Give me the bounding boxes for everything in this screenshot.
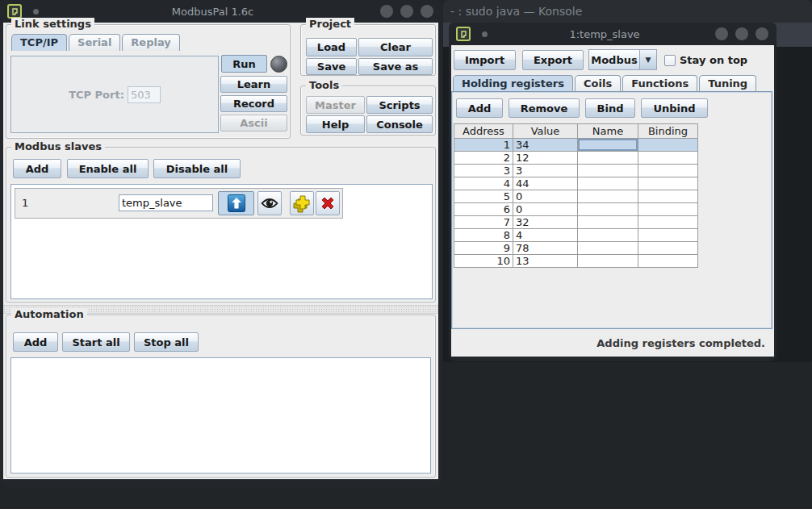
tab-coils[interactable]: Coils xyxy=(575,75,621,92)
cell-address[interactable]: 9 xyxy=(454,242,513,255)
slave-duplicate-button[interactable] xyxy=(290,191,314,215)
column-header-binding[interactable]: Binding xyxy=(638,124,698,139)
stay-on-top-checkbox[interactable] xyxy=(664,55,676,66)
cell-binding[interactable] xyxy=(638,216,698,229)
slave-enable-toggle[interactable] xyxy=(218,191,254,215)
table-row[interactable]: 10 13 xyxy=(454,255,698,268)
tab-tuning[interactable]: Tuning xyxy=(699,75,756,92)
slave-view-button[interactable] xyxy=(257,191,282,215)
help-button[interactable]: Help xyxy=(306,115,365,133)
table-row[interactable]: 1 34 xyxy=(454,139,698,152)
cell-value[interactable]: 4 xyxy=(513,229,578,242)
run-toggle-button[interactable]: Run xyxy=(221,55,267,73)
start-all-button[interactable]: Start all xyxy=(62,332,130,352)
slave-row[interactable]: 1 xyxy=(15,188,343,219)
slaves-add-button[interactable]: Add xyxy=(13,159,61,178)
console-button[interactable]: Console xyxy=(366,115,433,133)
tab-serial[interactable]: Serial xyxy=(69,34,120,51)
cell-value[interactable]: 44 xyxy=(513,177,578,190)
java-app-icon[interactable] xyxy=(7,4,22,19)
cell-address[interactable]: 5 xyxy=(454,190,513,203)
tab-functions[interactable]: Functions xyxy=(622,75,697,92)
cell-binding[interactable] xyxy=(638,190,698,203)
maximize-button[interactable] xyxy=(735,27,748,40)
table-row[interactable]: 9 78 xyxy=(454,242,698,255)
cell-value[interactable]: 0 xyxy=(513,203,578,216)
cell-address[interactable]: 3 xyxy=(454,165,513,177)
maximize-button[interactable] xyxy=(400,5,413,18)
java-app-icon[interactable] xyxy=(456,27,471,41)
chevron-down-icon[interactable]: ▼ xyxy=(640,49,657,70)
slave-name-field[interactable] xyxy=(119,194,213,211)
cell-binding[interactable] xyxy=(638,203,698,216)
tab-tcpip[interactable]: TCP/IP xyxy=(11,34,67,51)
cell-name[interactable] xyxy=(578,229,638,242)
table-row[interactable]: 4 44 xyxy=(454,177,698,190)
konsole-titlebar[interactable]: - : sudo java — Konsole xyxy=(443,0,812,23)
automation-add-button[interactable]: Add xyxy=(13,332,58,352)
import-button[interactable]: Import xyxy=(454,50,516,70)
cell-value[interactable]: 34 xyxy=(513,139,578,152)
cell-binding[interactable] xyxy=(638,177,698,190)
tab-replay[interactable]: Replay xyxy=(122,34,179,51)
disable-all-button[interactable]: Disable all xyxy=(153,159,241,178)
minimize-button[interactable] xyxy=(380,5,393,18)
register-add-button[interactable]: Add xyxy=(456,98,503,118)
table-row[interactable]: 6 0 xyxy=(454,203,698,216)
record-button[interactable]: Record xyxy=(220,95,287,112)
cell-name[interactable] xyxy=(578,165,638,177)
minimize-button[interactable] xyxy=(715,27,728,40)
slave-delete-button[interactable] xyxy=(316,191,340,215)
register-bind-button[interactable]: Bind xyxy=(585,98,635,118)
save-as-button[interactable]: Save as xyxy=(358,58,433,75)
table-row[interactable]: 3 3 xyxy=(454,165,698,177)
table-row[interactable]: 5 0 xyxy=(454,190,698,203)
table-row[interactable]: 7 32 xyxy=(454,216,698,229)
cell-address[interactable]: 1 xyxy=(454,139,513,152)
cell-address[interactable]: 4 xyxy=(454,177,513,190)
scripts-button[interactable]: Scripts xyxy=(366,96,433,114)
save-button[interactable]: Save xyxy=(306,58,357,75)
column-header-value[interactable]: Value xyxy=(513,124,578,139)
table-row[interactable]: 2 12 xyxy=(454,152,698,165)
tab-holding-registers[interactable]: Holding registers xyxy=(453,75,573,92)
cell-binding[interactable] xyxy=(638,152,698,165)
cell-value[interactable]: 0 xyxy=(513,190,578,203)
cell-value[interactable]: 12 xyxy=(513,152,578,165)
table-row[interactable]: 8 4 xyxy=(454,229,698,242)
cell-binding[interactable] xyxy=(638,229,698,242)
cell-name[interactable] xyxy=(578,216,638,229)
cell-value[interactable]: 32 xyxy=(513,216,578,229)
learn-button[interactable]: Learn xyxy=(220,76,287,93)
cell-value[interactable]: 3 xyxy=(513,165,578,177)
cell-binding[interactable] xyxy=(638,165,698,177)
close-button[interactable] xyxy=(421,5,433,18)
cell-address[interactable]: 2 xyxy=(454,152,513,165)
protocol-combobox[interactable]: Modbus ▼ xyxy=(588,49,657,70)
register-remove-button[interactable]: Remove xyxy=(509,98,580,118)
stop-all-button[interactable]: Stop all xyxy=(134,332,199,352)
cell-value[interactable]: 13 xyxy=(513,255,578,268)
column-header-address[interactable]: Address xyxy=(454,124,513,139)
cell-name[interactable] xyxy=(578,190,638,203)
cell-name[interactable] xyxy=(578,177,638,190)
export-button[interactable]: Export xyxy=(522,50,584,70)
tcp-port-field[interactable] xyxy=(128,86,161,103)
cell-name[interactable] xyxy=(578,152,638,165)
cell-name[interactable] xyxy=(578,255,638,268)
enable-all-button[interactable]: Enable all xyxy=(67,159,149,178)
cell-binding[interactable] xyxy=(638,139,698,152)
temp-slave-titlebar[interactable]: 1:temp_slave xyxy=(449,23,776,45)
cell-address[interactable]: 8 xyxy=(454,229,513,242)
cell-name[interactable] xyxy=(578,203,638,216)
column-header-name[interactable]: Name xyxy=(578,124,638,139)
cell-binding[interactable] xyxy=(638,255,698,268)
load-button[interactable]: Load xyxy=(306,38,357,56)
cell-name[interactable] xyxy=(578,242,638,255)
register-unbind-button[interactable]: Unbind xyxy=(641,98,708,118)
clear-button[interactable]: Clear xyxy=(358,38,433,56)
cell-address[interactable]: 7 xyxy=(454,216,513,229)
cell-value[interactable]: 78 xyxy=(513,242,578,255)
cell-address[interactable]: 6 xyxy=(454,203,513,216)
close-button[interactable] xyxy=(755,27,768,40)
